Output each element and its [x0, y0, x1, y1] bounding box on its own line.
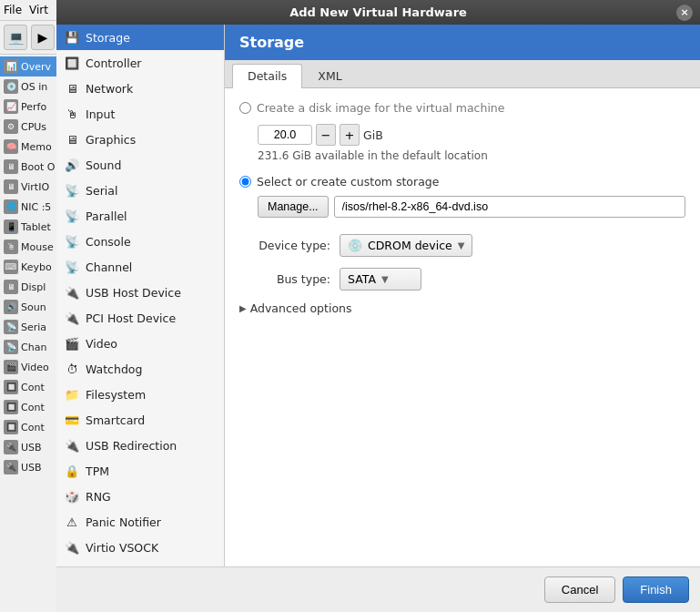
tab-details[interactable]: Details	[232, 64, 302, 88]
dialog-titlebar: Add New Virtual Hardware ×	[56, 0, 700, 25]
hw-item-rng[interactable]: 🎲 RNG	[56, 484, 224, 509]
hw-item-usb-redir[interactable]: 🔌 USB Redirection	[56, 433, 224, 458]
device-type-value: CDROM device	[368, 239, 452, 252]
hw-item-parallel[interactable]: 📡 Parallel	[56, 203, 224, 229]
vm-background-panel: File Virt 💻 ▶ 📊 Overv 💿 OS in 📈 Perfo ⚙ …	[0, 0, 59, 612]
dialog-body: 💾 Storage 🔲 Controller 🖥 Network 🖱 Input…	[56, 25, 700, 566]
hw-item-watchdog[interactable]: ⏱ Watchdog	[56, 356, 224, 382]
virt-menu[interactable]: Virt	[29, 4, 48, 16]
hw-item-smartcard[interactable]: 💳 Smartcard	[56, 407, 224, 433]
cont1-icon: 🔲	[4, 380, 18, 394]
create-disk-row: Create a disk image for the virtual mach…	[239, 101, 685, 115]
cont3-icon: 🔲	[4, 420, 18, 434]
hw-item-video[interactable]: 🎬 Video	[56, 331, 224, 356]
usb2-icon: 🔌	[4, 460, 18, 474]
hw-item-controller[interactable]: 🔲 Controller	[56, 50, 224, 76]
vm-sidebar-os[interactable]: 💿 OS in	[0, 76, 58, 97]
watchdog-icon: ⏱	[64, 361, 80, 377]
input-icon: 🖱	[64, 106, 80, 122]
cdrom-icon: 💿	[348, 239, 362, 252]
vm-sidebar-usb1[interactable]: 🔌 USB	[0, 437, 58, 457]
tablet-icon: 📱	[4, 219, 18, 234]
device-type-row: Device type: 💿 CDROM device ▼	[239, 234, 685, 257]
disk-size-plus[interactable]: +	[340, 124, 360, 146]
vm-sidebar-chan[interactable]: 📡 Chan	[0, 337, 58, 357]
vm-sidebar-perf[interactable]: 📈 Perfo	[0, 97, 58, 117]
vm-sidebar: 📊 Overv 💿 OS in 📈 Perfo ⚙ CPUs 🧠 Memo 🖥	[0, 55, 58, 477]
controller-icon: 🔲	[64, 55, 80, 71]
usb-host-icon: 🔌	[64, 284, 80, 301]
close-button[interactable]: ×	[676, 5, 693, 21]
vm-sidebar-keyb[interactable]: ⌨ Keybo	[0, 257, 58, 277]
hw-item-filesystem[interactable]: 📁 Filesystem	[56, 382, 224, 407]
console-icon: 📡	[64, 233, 80, 250]
select-custom-label: Select or create custom storage	[257, 175, 439, 189]
storage-icon: 💾	[64, 29, 80, 46]
manage-button[interactable]: Manage...	[258, 196, 329, 218]
vm-sidebar-usb2[interactable]: 🔌 USB	[0, 457, 58, 477]
hw-content-panel: Storage Details XML Create a disk image …	[225, 25, 700, 566]
sound-icon: 🔊	[4, 300, 18, 314]
disk-size-row: − + GiB	[258, 124, 685, 146]
video-icon: 🎬	[4, 360, 18, 374]
vm-sidebar-cont2[interactable]: 🔲 Cont	[0, 397, 58, 417]
disk-size-input[interactable]	[258, 125, 312, 145]
vm-sidebar-nic[interactable]: 🌐 NIC :5	[0, 197, 58, 217]
add-hardware-dialog: Add New Virtual Hardware × 💾 Storage 🔲 C…	[56, 0, 700, 612]
serial-icon: 📡	[4, 320, 18, 334]
hw-item-storage[interactable]: 💾 Storage	[56, 25, 224, 50]
vm-sidebar-serial[interactable]: 📡 Seria	[0, 317, 58, 337]
hw-item-serial[interactable]: 📡 Serial	[56, 178, 224, 203]
hw-item-tpm[interactable]: 🔒 TPM	[56, 458, 224, 484]
tab-bar: Details XML	[225, 60, 700, 88]
vm-sidebar-overview[interactable]: 📊 Overv	[0, 56, 58, 76]
hw-item-vsock[interactable]: 🔌 Virtio VSOCK	[56, 535, 224, 560]
path-input[interactable]	[334, 196, 685, 218]
select-custom-radio[interactable]	[239, 176, 251, 188]
vm-sidebar-cont3[interactable]: 🔲 Cont	[0, 417, 58, 437]
tpm-icon: 🔒	[64, 463, 80, 479]
vm-sidebar-video[interactable]: 🎬 Video	[0, 357, 58, 377]
bus-type-value: SATA	[348, 272, 376, 286]
disk-size-minus[interactable]: −	[316, 124, 336, 146]
cancel-button[interactable]: Cancel	[544, 576, 615, 603]
toolbar-btn-1[interactable]: 💻	[4, 25, 27, 50]
finish-button[interactable]: Finish	[623, 576, 689, 603]
create-disk-radio[interactable]	[239, 102, 251, 114]
advanced-options-row[interactable]: ▶ Advanced options	[239, 301, 685, 315]
hw-item-usb-host[interactable]: 🔌 USB Host Device	[56, 280, 224, 305]
hw-item-panic[interactable]: ⚠ Panic Notifier	[56, 509, 224, 535]
toolbar-btn-2[interactable]: ▶	[31, 25, 55, 50]
hw-item-network[interactable]: 🖥 Network	[56, 76, 224, 101]
vm-sidebar-mem[interactable]: 🧠 Memo	[0, 137, 58, 157]
hw-item-console[interactable]: 📡 Console	[56, 229, 224, 254]
keyb-icon: ⌨	[4, 260, 18, 274]
hw-item-pci-host[interactable]: 🔌 PCI Host Device	[56, 305, 224, 331]
vm-sidebar-mouse[interactable]: 🖱 Mouse	[0, 237, 58, 257]
vm-sidebar-virtio[interactable]: 🖥 VirtIO	[0, 177, 58, 197]
hw-item-graphics[interactable]: 🖥 Graphics	[56, 127, 224, 152]
vm-sidebar-cpus[interactable]: ⚙ CPUs	[0, 117, 58, 137]
chan-icon: 📡	[4, 340, 18, 354]
hw-item-input[interactable]: 🖱 Input	[56, 101, 224, 127]
vm-sidebar-disp[interactable]: 🖥 Displ	[0, 277, 58, 297]
device-type-dropdown[interactable]: 💿 CDROM device ▼	[340, 234, 472, 257]
vm-sidebar-boot[interactable]: 🖥 Boot O	[0, 157, 58, 177]
advanced-chevron: ▶	[239, 303, 247, 313]
vsock-icon: 🔌	[64, 539, 80, 556]
hw-item-sound[interactable]: 🔊 Sound	[56, 152, 224, 178]
virtio-icon: 🖥	[4, 179, 18, 194]
vm-sidebar-sound[interactable]: 🔊 Soun	[0, 297, 58, 317]
tab-xml[interactable]: XML	[302, 64, 357, 87]
parallel-icon: 📡	[64, 208, 80, 224]
file-menu[interactable]: File	[4, 4, 22, 16]
bus-type-dropdown[interactable]: SATA ▼	[340, 268, 421, 291]
vm-sidebar-tablet[interactable]: 📱 Tablet	[0, 217, 58, 237]
hw-item-channel[interactable]: 📡 Channel	[56, 254, 224, 280]
content-header: Storage	[225, 25, 700, 60]
device-type-chevron: ▼	[458, 240, 465, 250]
vm-sidebar-cont1[interactable]: 🔲 Cont	[0, 377, 58, 397]
filesystem-icon: 📁	[64, 386, 80, 403]
network-icon: 🖥	[64, 80, 80, 97]
bus-type-select: SATA ▼	[340, 268, 421, 291]
